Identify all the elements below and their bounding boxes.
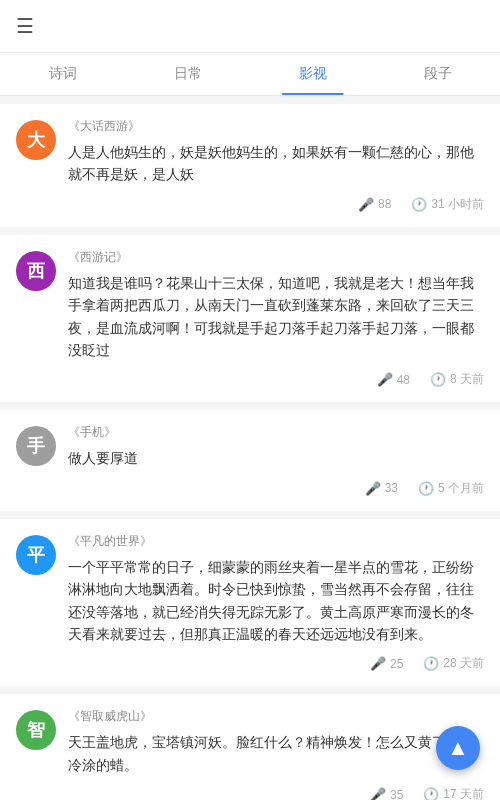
hamburger-icon[interactable]: ☰	[16, 14, 34, 38]
mic-icon: 🎤	[377, 372, 393, 387]
time-ago: 🕐 31 小时前	[411, 196, 484, 213]
time-ago: 🕐 28 天前	[423, 655, 484, 672]
time-value: 31 小时前	[431, 196, 484, 213]
card-body: 《手机》 做人要厚道	[68, 424, 484, 469]
tabs: 诗词日常影视段子	[0, 53, 500, 96]
time-value: 17 天前	[443, 786, 484, 800]
card-text: 天王盖地虎，宝塔镇河妖。脸红什么？精神焕发！怎么又黄了？防冷涂的蜡。	[68, 731, 484, 776]
list-item: 手 《手机》 做人要厚道 🎤 33 🕐 5 个月前	[0, 410, 500, 510]
content: 大 《大话西游》 人是人他妈生的，妖是妖他妈生的，如果妖有一颗仁慈的心，那他就不…	[0, 96, 500, 800]
play-count-value: 48	[397, 373, 410, 387]
card-header-0: 大 《大话西游》 人是人他妈生的，妖是妖他妈生的，如果妖有一颗仁慈的心，那他就不…	[16, 118, 484, 186]
mic-icon: 🎤	[370, 787, 386, 800]
card-footer: 🎤 25 🕐 28 天前	[16, 655, 484, 672]
card-header-4: 智 《智取威虎山》 天王盖地虎，宝塔镇河妖。脸红什么？精神焕发！怎么又黄了？防冷…	[16, 708, 484, 776]
play-count: 🎤 35	[370, 787, 403, 800]
list-item: 平 《平凡的世界》 一个平平常常的日子，细蒙蒙的雨丝夹着一星半点的雪花，正纷纷淋…	[0, 519, 500, 687]
play-count-value: 33	[385, 481, 398, 495]
play-count: 🎤 88	[358, 197, 391, 212]
play-count: 🎤 25	[370, 656, 403, 671]
play-count-value: 25	[390, 657, 403, 671]
card-source: 《西游记》	[68, 249, 484, 266]
time-ago: 🕐 8 天前	[430, 371, 484, 388]
card-text: 做人要厚道	[68, 447, 484, 469]
time-ago: 🕐 5 个月前	[418, 480, 484, 497]
avatar: 西	[16, 251, 56, 291]
tab-日常[interactable]: 日常	[125, 53, 250, 95]
avatar: 大	[16, 120, 56, 160]
clock-icon: 🕐	[411, 197, 427, 212]
clock-icon: 🕐	[430, 372, 446, 387]
avatar: 平	[16, 535, 56, 575]
tab-影视[interactable]: 影视	[250, 53, 375, 95]
play-count-value: 35	[390, 788, 403, 800]
play-count: 🎤 33	[365, 481, 398, 496]
card-text: 人是人他妈生的，妖是妖他妈生的，如果妖有一颗仁慈的心，那他就不再是妖，是人妖	[68, 141, 484, 186]
mic-icon: 🎤	[365, 481, 381, 496]
card-footer: 🎤 48 🕐 8 天前	[16, 371, 484, 388]
clock-icon: 🕐	[418, 481, 434, 496]
card-header-3: 平 《平凡的世界》 一个平平常常的日子，细蒙蒙的雨丝夹着一星半点的雪花，正纷纷淋…	[16, 533, 484, 646]
card-body: 《平凡的世界》 一个平平常常的日子，细蒙蒙的雨丝夹着一星半点的雪花，正纷纷淋淋地…	[68, 533, 484, 646]
card-body: 《西游记》 知道我是谁吗？花果山十三太保，知道吧，我就是老大！想当年我手拿着两把…	[68, 249, 484, 362]
header: ☰	[0, 0, 500, 53]
card-footer: 🎤 35 🕐 17 天前	[16, 786, 484, 800]
clock-icon: 🕐	[423, 656, 439, 671]
avatar: 手	[16, 426, 56, 466]
list-item: 智 《智取威虎山》 天王盖地虎，宝塔镇河妖。脸红什么？精神焕发！怎么又黄了？防冷…	[0, 694, 500, 800]
time-ago: 🕐 17 天前	[423, 786, 484, 800]
avatar: 智	[16, 710, 56, 750]
play-count: 🎤 48	[377, 372, 410, 387]
fab-button[interactable]: ▲	[436, 726, 480, 770]
card-body: 《智取威虎山》 天王盖地虎，宝塔镇河妖。脸红什么？精神焕发！怎么又黄了？防冷涂的…	[68, 708, 484, 776]
tab-诗词[interactable]: 诗词	[0, 53, 125, 95]
card-header-2: 手 《手机》 做人要厚道	[16, 424, 484, 469]
card-source: 《大话西游》	[68, 118, 484, 135]
card-text: 一个平平常常的日子，细蒙蒙的雨丝夹着一星半点的雪花，正纷纷淋淋地向大地飘洒着。时…	[68, 556, 484, 646]
card-source: 《智取威虎山》	[68, 708, 484, 725]
mic-icon: 🎤	[358, 197, 374, 212]
list-item: 大 《大话西游》 人是人他妈生的，妖是妖他妈生的，如果妖有一颗仁慈的心，那他就不…	[0, 104, 500, 227]
card-source: 《手机》	[68, 424, 484, 441]
time-value: 5 个月前	[438, 480, 484, 497]
card-source: 《平凡的世界》	[68, 533, 484, 550]
mic-icon: 🎤	[370, 656, 386, 671]
card-text: 知道我是谁吗？花果山十三太保，知道吧，我就是老大！想当年我手拿着两把西瓜刀，从南…	[68, 272, 484, 362]
tab-段子[interactable]: 段子	[375, 53, 500, 95]
time-value: 28 天前	[443, 655, 484, 672]
clock-icon: 🕐	[423, 787, 439, 800]
card-footer: 🎤 33 🕐 5 个月前	[16, 480, 484, 497]
card-footer: 🎤 88 🕐 31 小时前	[16, 196, 484, 213]
time-value: 8 天前	[450, 371, 484, 388]
card-body: 《大话西游》 人是人他妈生的，妖是妖他妈生的，如果妖有一颗仁慈的心，那他就不再是…	[68, 118, 484, 186]
card-header-1: 西 《西游记》 知道我是谁吗？花果山十三太保，知道吧，我就是老大！想当年我手拿着…	[16, 249, 484, 362]
list-item: 西 《西游记》 知道我是谁吗？花果山十三太保，知道吧，我就是老大！想当年我手拿着…	[0, 235, 500, 403]
play-count-value: 88	[378, 197, 391, 211]
